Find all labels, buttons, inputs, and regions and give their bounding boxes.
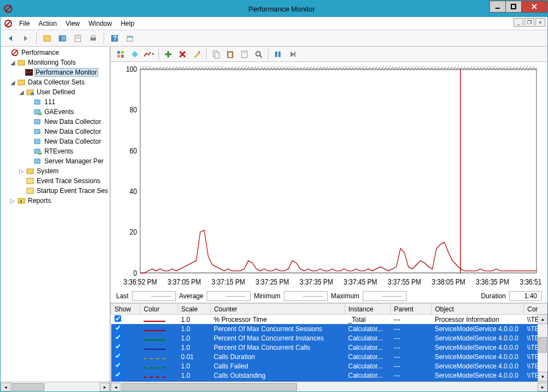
show-checkbox[interactable]	[115, 362, 121, 368]
svg-text:40: 40	[130, 187, 137, 196]
column-header[interactable]: Color	[140, 304, 178, 315]
tree-data-collector-sets[interactable]: ◢ Data Collector Sets	[1, 77, 110, 87]
copy-button[interactable]	[209, 48, 222, 61]
graph-type-button[interactable]	[142, 48, 156, 61]
properties-button-2[interactable]	[238, 48, 251, 61]
show-checkbox[interactable]	[115, 353, 121, 359]
tree-startup-event-trace[interactable]: Startup Event Trace Ses	[1, 186, 110, 196]
stats-row: Last --------- Average --------- Minimum…	[111, 289, 547, 303]
tree-event-trace[interactable]: Event Trace Sessions	[1, 176, 110, 186]
tree-user-defined-item[interactable]: New Data Collector	[1, 117, 110, 127]
scroll-right-button[interactable]: ▸	[538, 383, 547, 391]
tree-monitoring-tools[interactable]: ◢ Monitoring Tools	[1, 58, 110, 67]
svg-text:3:37:15 PM: 3:37:15 PM	[212, 277, 245, 286]
titlebar[interactable]: Performance Monitor	[1, 1, 547, 17]
column-header[interactable]: Cor	[524, 304, 547, 315]
mdi-restore-button[interactable]: ❐	[524, 18, 534, 27]
table-row[interactable]: 1.0Percent Of Max Concurrent InstancesCa…	[111, 333, 547, 343]
update-button[interactable]	[286, 48, 299, 61]
tree-user-defined-item[interactable]: New Data Collector	[1, 127, 110, 137]
navigation-tree[interactable]: Performance ◢ Monitoring Tools Performan…	[1, 47, 110, 382]
add-counter-button[interactable]	[162, 48, 175, 61]
tree-performance-monitor[interactable]: Performance Monitor	[1, 67, 110, 77]
maximum-value: ---------	[363, 291, 407, 301]
show-checkbox[interactable]	[115, 371, 121, 378]
grid-vertical-scrollbar[interactable]: ▴ ▾	[538, 314, 547, 382]
paste-button[interactable]	[224, 48, 237, 61]
folder-icon	[17, 59, 26, 66]
scroll-down-button[interactable]: ▾	[538, 372, 547, 382]
print-button[interactable]	[87, 32, 100, 45]
show-hide-tree-button[interactable]	[41, 32, 54, 45]
column-header[interactable]: Show	[111, 304, 140, 315]
table-row[interactable]: 1.0Calls OutstandingCalculator...---Serv…	[111, 371, 547, 380]
zoom-button[interactable]	[252, 48, 265, 61]
column-header[interactable]: Scale	[178, 304, 210, 315]
menu-action[interactable]: Action	[34, 18, 61, 29]
tree-user-defined-item[interactable]: RTEvents	[1, 146, 110, 156]
table-row[interactable]: 1.0% Processor Time_Total---Processor In…	[111, 315, 547, 325]
tree-user-defined-item[interactable]: GAEvents	[1, 107, 110, 117]
collector-icon	[33, 138, 42, 145]
tree-user-defined-item[interactable]: 111	[1, 97, 110, 107]
folder-icon	[26, 167, 35, 175]
table-row[interactable]: 1.0Percent Of Max Concurrent SessionsCal…	[111, 324, 547, 333]
chart-area[interactable]: 0204060801003:36:52 PM3:37:05 PM3:37:15 …	[111, 62, 547, 289]
table-row[interactable]: 1.0Calls Per SecondCalculator...---Servi…	[111, 380, 547, 382]
view-log-button[interactable]	[128, 48, 141, 61]
instance-cell: Calculator...	[345, 333, 390, 343]
mdi-minimize-button[interactable]: _	[513, 18, 523, 27]
close-button[interactable]	[521, 1, 547, 13]
show-checkbox[interactable]	[115, 325, 121, 331]
scroll-thumb[interactable]	[12, 383, 44, 391]
show-checkbox[interactable]	[115, 380, 121, 382]
tree-user-defined[interactable]: ◢ User Defined	[1, 87, 110, 97]
show-checkbox[interactable]	[115, 343, 121, 350]
column-header[interactable]: Object	[431, 304, 524, 315]
new-window-button[interactable]	[123, 32, 136, 45]
highlight-button[interactable]	[190, 48, 203, 61]
properties-button[interactable]	[71, 32, 84, 45]
view-button[interactable]	[56, 32, 69, 45]
column-header[interactable]: Counter	[210, 304, 345, 315]
table-row[interactable]: 0.01Calls DurationCalculator...---Servic…	[111, 352, 547, 361]
forward-button[interactable]	[19, 32, 32, 45]
scroll-right-button[interactable]: ▸	[100, 383, 110, 391]
tree-horizontal-scrollbar[interactable]: ◂ ▸	[1, 382, 110, 391]
view-current-button[interactable]	[114, 48, 127, 61]
scroll-thumb[interactable]	[538, 337, 547, 353]
app-icon-small	[4, 19, 13, 28]
scale-cell: 1.0	[178, 333, 210, 343]
counter-grid[interactable]: ShowColorScaleCounterInstanceParentObjec…	[111, 303, 547, 382]
svg-rect-44	[121, 55, 124, 58]
scroll-left-button[interactable]: ◂	[1, 383, 10, 391]
mdi-close-button[interactable]: ×	[535, 18, 545, 27]
menu-file[interactable]: File	[15, 18, 34, 29]
average-label: Average	[179, 292, 203, 300]
scroll-thumb[interactable]	[122, 383, 297, 391]
delete-counter-button[interactable]	[176, 48, 189, 61]
back-button[interactable]	[4, 32, 17, 45]
menu-help[interactable]: Help	[116, 18, 139, 29]
table-row[interactable]: 1.0Calls FailedCalculator...---ServiceMo…	[111, 361, 547, 371]
menu-view[interactable]: View	[61, 18, 84, 29]
freeze-button[interactable]	[271, 48, 284, 61]
column-header[interactable]: Instance	[345, 304, 390, 315]
scroll-left-button[interactable]: ◂	[111, 383, 121, 391]
perfmon-icon	[10, 49, 19, 56]
scroll-up-button[interactable]: ▴	[538, 314, 547, 324]
table-row[interactable]: 1.0Percent Of Max Concurrent CallsCalcul…	[111, 343, 547, 352]
tree-system[interactable]: ▷ System	[1, 166, 110, 176]
minimize-button[interactable]	[489, 1, 506, 13]
grid-horizontal-scrollbar[interactable]: ◂ ▸	[111, 382, 547, 391]
column-header[interactable]: Parent	[391, 304, 432, 315]
tree-user-defined-item[interactable]: Server Manager Per	[1, 156, 110, 166]
help-button[interactable]: ?	[108, 32, 121, 45]
tree-user-defined-item[interactable]: New Data Collector	[1, 137, 110, 146]
maximize-button[interactable]	[505, 1, 522, 13]
show-checkbox[interactable]	[115, 334, 121, 340]
tree-root[interactable]: Performance	[1, 48, 110, 58]
menu-window[interactable]: Window	[84, 18, 117, 29]
show-checkbox[interactable]	[115, 315, 121, 322]
tree-reports[interactable]: ▷ Reports	[1, 196, 110, 206]
